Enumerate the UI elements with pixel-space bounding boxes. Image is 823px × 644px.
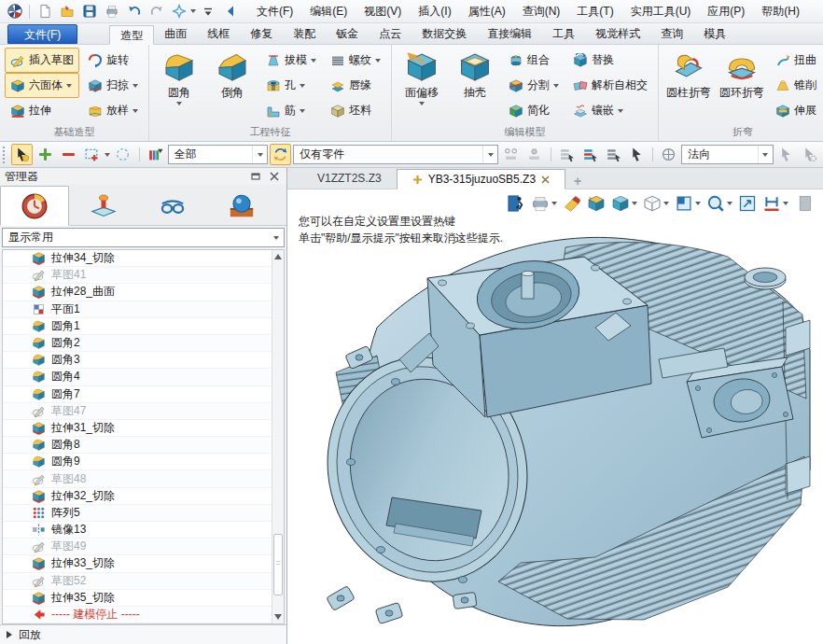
menu-item-3[interactable]: 插入(I) [410,0,459,23]
color-filter-button[interactable] [144,144,165,165]
scrollbar-thumb[interactable] [273,534,283,595]
visual-manager-tab[interactable] [207,188,276,225]
ribbon-button-插入草图[interactable]: 插入草图 [5,48,79,73]
chevron-down-icon[interactable] [190,9,196,13]
chevron-down-icon[interactable] [133,109,138,113]
pick-all-button[interactable] [603,144,624,165]
ribbon-tab-数据交换[interactable]: 数据交换 [412,24,477,44]
ribbon-button-拉伸[interactable]: 拉伸 [5,98,79,123]
tree-item-拉伸28_曲面[interactable]: 拉伸28_曲面 [3,284,272,301]
ribbon-button-放样[interactable]: 放样 [82,98,144,123]
ribbon-button-解析自相交[interactable]: 解析自相交 [567,73,653,98]
chevron-down-icon[interactable] [105,153,110,157]
chevron-down-icon[interactable] [758,146,773,163]
ribbon-button-旋转[interactable]: 旋转 [82,48,144,73]
ribbon-button-抽壳[interactable]: 抽壳 [450,48,500,125]
menu-item-0[interactable]: 文件(F) [248,0,301,23]
tree-item-圆角8[interactable]: 圆角8 [3,437,272,454]
reselect-button[interactable] [270,144,291,165]
ribbon-button-镶嵌[interactable]: 镶嵌 [567,98,653,123]
ribbon-tab-模具[interactable]: 模具 [693,24,736,44]
cursor-tool-button[interactable] [775,144,797,165]
tree-item-圆角7[interactable]: 圆角7 [3,386,272,403]
tree-item-镜像13[interactable]: 镜像13 [3,522,272,539]
tree-item-草图52[interactable]: 草图52 [3,573,272,590]
ribbon-button-圆角[interactable]: 圆角 [154,48,204,125]
ribbon-button-六面体[interactable]: 六面体 [5,73,79,98]
lasso-select-button[interactable] [112,144,133,165]
tree-item-圆角1[interactable]: 圆角1 [3,318,272,335]
tree-item-草图41[interactable]: 草图41 [3,267,272,284]
ribbon-tab-直接编辑[interactable]: 直接编辑 [477,24,542,44]
tree-item-拉伸31_切除[interactable]: 拉伸31_切除 [3,420,272,437]
chevron-down-icon[interactable] [300,84,305,88]
ribbon-tab-点云[interactable]: 点云 [369,24,412,44]
ribbon-button-孔[interactable]: 孔 [260,73,322,98]
tree-item-阵列5[interactable]: 阵列5 [3,505,272,522]
scroll-up-icon[interactable] [272,250,284,263]
selection-scope-dropdown[interactable]: 仅有零件 [293,145,498,164]
customize-quick-access-button[interactable] [197,2,218,21]
erase-button[interactable] [561,191,583,215]
document-tab-YB3-315juzuoSB5.Z3[interactable]: YB3-315juzuoSB5.Z3 [397,169,565,189]
tree-item-草图49[interactable]: 草图49 [3,539,272,555]
import-button[interactable] [585,191,607,215]
ribbon-button-组合[interactable]: 组合 [503,48,565,73]
ribbon-button-唇缘[interactable]: 唇缘 [325,73,386,98]
ribbon-button-伸展[interactable]: 伸展 [770,98,822,123]
ribbon-button-筋[interactable]: 筋 [260,98,322,123]
menu-item-8[interactable]: 应用(P) [699,0,753,23]
undo-button[interactable] [123,2,145,21]
tree-item-圆角2[interactable]: 圆角2 [3,335,272,352]
menu-item-5[interactable]: 查询(N) [514,0,569,23]
menu-item-7[interactable]: 实用工具(U) [622,0,700,23]
regen-button[interactable] [168,2,189,21]
3d-model-motor-housing[interactable] [287,189,821,644]
reorient-button[interactable] [658,144,679,165]
toolbar-grip-handle[interactable] [3,147,7,163]
redo-button[interactable] [146,2,167,21]
chevron-down-icon[interactable] [252,146,267,163]
view-orientation-button[interactable] [673,191,703,215]
exit-button[interactable] [505,191,527,215]
restore-icon[interactable] [248,170,263,183]
ribbon-button-分割[interactable]: 分割 [503,73,565,98]
measure-button[interactable] [760,191,790,215]
ribbon-tab-装配[interactable]: 装配 [283,24,326,44]
clipped-tool-button[interactable] [792,191,815,215]
close-icon[interactable] [267,170,282,183]
ribbon-button-倒角[interactable]: 倒角 [207,48,258,125]
chevron-down-icon[interactable] [66,84,72,88]
replay-section[interactable]: 回放 [0,624,286,644]
menu-item-2[interactable]: 视图(V) [356,0,410,23]
ribbon-button-坯料[interactable]: 坯料 [325,98,386,123]
save-file-button[interactable] [78,2,100,21]
tree-item-草图47[interactable]: 草图47 [3,403,272,420]
chevron-down-icon[interactable] [311,59,316,63]
ribbon-button-锥削[interactable]: 锥削 [770,73,822,98]
history-manager-tab[interactable] [0,186,69,226]
ribbon-tab-修复[interactable]: 修复 [240,24,283,44]
tree-item-圆角4[interactable]: 圆角4 [3,369,272,385]
collapse-ribbon-button[interactable] [219,2,241,21]
chevron-down-icon[interactable] [618,109,623,113]
close-tab-icon[interactable] [541,175,550,184]
chevron-down-icon[interactable] [551,202,557,205]
ribbon-button-扭曲[interactable]: 扭曲 [770,48,822,73]
ribbon-button-简化[interactable]: 简化 [503,98,565,123]
fit-window-button[interactable] [736,191,759,215]
zoom-button[interactable] [704,191,734,215]
app-logo-icon[interactable] [4,2,25,21]
new-tab-button[interactable]: + [565,174,590,189]
add-to-selection-button[interactable] [35,144,56,165]
chevron-down-icon[interactable] [300,109,305,113]
tree-item-拉伸33_切除[interactable]: 拉伸33_切除 [3,555,272,572]
assembly-manager-tab[interactable] [69,188,138,225]
direction-dropdown[interactable]: 法向 [681,145,773,164]
ribbon-tab-查询[interactable]: 查询 [650,24,693,44]
point-filter-1-button[interactable] [500,144,522,165]
select-cursor-button[interactable] [11,144,33,165]
point-filter-2-button[interactable] [523,144,545,165]
menu-item-6[interactable]: 工具(T) [568,0,621,23]
file-tab-button[interactable]: 文件(F) [7,24,77,44]
